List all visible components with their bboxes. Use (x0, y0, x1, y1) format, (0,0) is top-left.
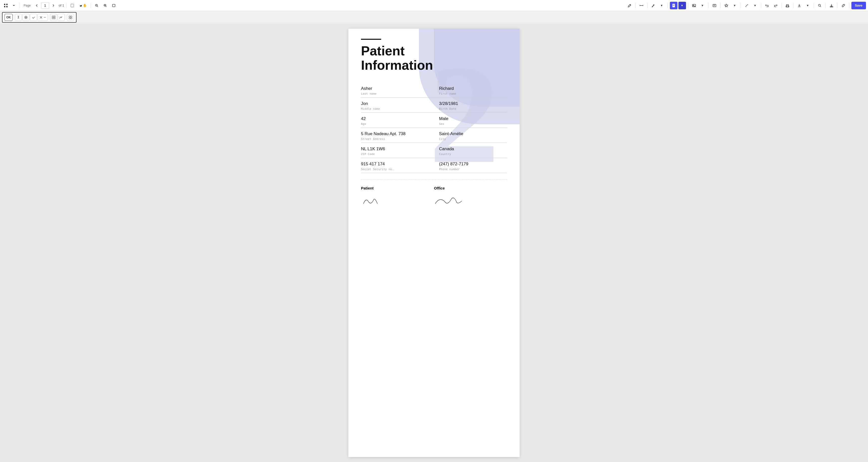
sex-field: Male Sex (434, 113, 507, 128)
print-button[interactable] (784, 2, 791, 9)
annotate-button[interactable] (626, 2, 633, 9)
city-value: Saint-Amélie (439, 131, 507, 136)
sep9 (720, 3, 720, 8)
redo-button[interactable] (772, 2, 779, 9)
line-chevron-button[interactable]: ▾ (751, 2, 759, 9)
hand-icon (79, 3, 83, 7)
main-content-area: 2 Patient Information Asher Last name Ri… (0, 24, 868, 462)
age-field: 42 Age (361, 113, 434, 128)
signature-icon (59, 15, 63, 19)
grid-form-button[interactable] (67, 14, 74, 21)
save-button[interactable]: Save (851, 2, 866, 9)
svg-rect-1 (6, 4, 7, 5)
pdf-view-button[interactable] (670, 2, 677, 9)
svg-rect-2 (4, 6, 5, 7)
phone-field: (247) 872-7179 Phone number (434, 158, 507, 173)
checkmark-icon (32, 15, 35, 19)
country-label: Country (439, 153, 507, 156)
last-name-label: Last name (361, 92, 427, 95)
office-sig-image (434, 195, 464, 206)
age-value: 42 (361, 116, 427, 121)
page-next-button[interactable] (50, 2, 57, 9)
title-bar-decoration (361, 39, 381, 40)
office-sig-title: Office (434, 186, 507, 190)
redo-icon (774, 3, 778, 7)
page-number-input[interactable] (41, 2, 49, 9)
zoom-in-button[interactable] (101, 2, 109, 9)
svg-rect-7 (113, 4, 115, 7)
svg-rect-18 (69, 16, 70, 17)
zoom-out-button[interactable] (93, 2, 100, 9)
birth-date-label: Birth Date (439, 107, 507, 110)
shape-chevron-button[interactable]: ▾ (731, 2, 739, 9)
line-button[interactable] (743, 2, 750, 9)
undo-button[interactable] (763, 2, 771, 9)
image-chevron-button[interactable]: ▾ (699, 2, 706, 9)
radio-form-button[interactable] (22, 14, 29, 21)
export-button[interactable] (796, 2, 803, 9)
radio-icon (24, 15, 28, 19)
sex-value: Male (439, 116, 507, 121)
pdf-icon (672, 3, 676, 7)
app-menu-button[interactable] (2, 2, 9, 9)
street-address-value: 5 Rue Nadeau Apt. 738 (361, 131, 427, 136)
first-name-value: Richard (439, 86, 507, 91)
middle-name-field: Jon Middle name (361, 98, 434, 113)
document-page: 2 Patient Information Asher Last name Ri… (348, 29, 520, 457)
text-cursor-button[interactable] (15, 14, 22, 21)
shape-button[interactable] (722, 2, 730, 9)
phone-value: (247) 872-7179 (439, 162, 507, 167)
first-name-field: Richard First name (434, 82, 507, 98)
search-button[interactable] (816, 2, 824, 9)
download-button[interactable] (828, 2, 835, 9)
pdf-chevron-button[interactable]: ▾ (678, 2, 686, 9)
age-label: Age (361, 122, 427, 126)
zoom-in-icon (103, 3, 107, 7)
pen-button[interactable] (650, 2, 657, 9)
patient-sig-image (361, 195, 391, 206)
last-name-value: Asher (361, 86, 427, 91)
line-icon (745, 3, 749, 7)
export-chevron-button[interactable]: ▾ (804, 2, 812, 9)
measure-button[interactable] (638, 2, 645, 9)
zip-code-value: NL L1K 1W6 (361, 146, 427, 152)
textbox-button[interactable] (711, 2, 718, 9)
sex-label: Sex (439, 122, 507, 126)
pen-chevron-button[interactable]: ▾ (658, 2, 665, 9)
export-icon (797, 3, 801, 7)
print-icon (785, 3, 789, 7)
street-address-field: 5 Rue Nadeau Apt. 738 Street Address (361, 128, 434, 143)
svg-rect-11 (713, 4, 716, 7)
signature-section: Patient Office (361, 179, 507, 210)
sep6 (668, 3, 668, 8)
sep12 (781, 3, 782, 8)
list-icon (52, 15, 55, 19)
image-button[interactable] (690, 2, 698, 9)
list-form-button[interactable] (50, 14, 57, 21)
image-icon (692, 3, 696, 7)
fit-page-icon (112, 3, 116, 7)
zip-code-field: NL L1K 1W6 ZIP Code (361, 143, 434, 158)
hand-tool-button[interactable]: ✋ (77, 2, 89, 9)
title-line2: Information (361, 58, 433, 72)
x-mark-button[interactable] (37, 14, 48, 21)
link-button[interactable] (840, 2, 847, 9)
signature-button[interactable] (58, 14, 65, 21)
chevron-left-icon (35, 3, 39, 7)
svg-rect-21 (71, 18, 72, 19)
street-address-label: Street Address (361, 137, 427, 141)
ok-form-button[interactable]: OK (4, 14, 12, 21)
patient-sig-line (361, 193, 434, 206)
pen-icon (651, 3, 655, 7)
selection-rect-button[interactable] (68, 2, 76, 9)
fit-page-button[interactable] (110, 2, 118, 9)
menu-chevron-button[interactable] (10, 2, 18, 9)
birth-date-field: 3/28/1981 Birth Date (434, 98, 507, 113)
checkmark-button[interactable] (30, 14, 37, 21)
patient-signature-col: Patient (361, 182, 434, 210)
birth-date-value: 3/28/1981 (439, 101, 507, 106)
page-prev-button[interactable] (33, 2, 40, 9)
svg-point-13 (818, 4, 820, 6)
chevron-right-icon (51, 3, 55, 7)
country-field: Canada Country (434, 143, 507, 158)
